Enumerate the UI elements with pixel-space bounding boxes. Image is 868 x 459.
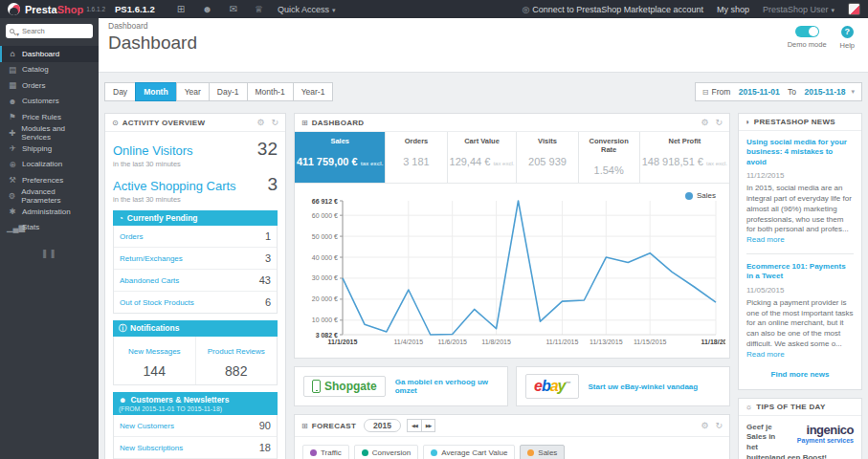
abandoned-carts-link[interactable]: Abandoned Carts <box>120 276 179 285</box>
forecast-legend-avg-cart-value[interactable]: Average Cart Value <box>423 445 515 459</box>
new-subscriptions-link[interactable]: New Subscriptions <box>120 444 183 452</box>
my-shop-link[interactable]: My shop <box>717 5 749 14</box>
shopgate-logo: Shopgate <box>303 376 386 397</box>
price-rules-icon: ⚑ <box>7 112 18 121</box>
news-article-title[interactable]: Ecommerce 101: Payments in a Tweet <box>746 262 854 282</box>
forecast-legend-conversion[interactable]: Conversion <box>354 445 418 459</box>
search-input[interactable] <box>22 27 89 35</box>
range-day-button[interactable]: Day <box>104 82 135 101</box>
shop-name[interactable]: PS1.6.1.2 <box>115 4 155 14</box>
forecast-panel-title: FORECAST <box>312 422 356 430</box>
read-more-link[interactable]: Read more <box>746 235 785 244</box>
kpi-tab-net-profit[interactable]: Net Profit148 918,51 € tax excl. <box>639 132 729 183</box>
range-year-1-button[interactable]: Year-1 <box>293 82 334 101</box>
range-year-button[interactable]: Year <box>176 82 209 101</box>
brand-logo[interactable]: PrestaShop <box>25 4 83 15</box>
ebay-ad-link[interactable]: Start uw eBay-winkel vandaag <box>589 382 699 391</box>
news-article-excerpt: Picking a payment provider is one of the… <box>746 298 854 361</box>
sidebar-item-preferences[interactable]: ⚒Preferences <box>0 172 99 188</box>
chart-legend: Sales <box>685 191 716 200</box>
sidebar-item-administration[interactable]: ✱Administration <box>0 204 99 220</box>
sidebar-item-localization[interactable]: ⊕Localization <box>0 157 99 173</box>
quick-access-menu[interactable]: Quick Access <box>278 5 336 14</box>
panel-refresh-icon[interactable]: ↻ <box>271 118 278 127</box>
panel-settings-icon[interactable]: ⚙ <box>701 421 708 430</box>
kpi-tab-visits[interactable]: Visits205 939 <box>516 132 577 183</box>
svg-text:11/1/2015: 11/1/2015 <box>328 339 358 345</box>
shopgate-ad-link[interactable]: Ga mobiel en verhoog uw omzet <box>395 378 499 395</box>
news-article: Using social media for your business: 4 … <box>746 138 854 246</box>
marketplace-connect-link[interactable]: ◎Connect to PrestaShop Marketplace accou… <box>522 5 702 14</box>
messages-icon[interactable]: ✉ <box>230 4 237 14</box>
customers-newsletters-section: ☻Customers & Newsletters(FROM 2015-11-01… <box>113 392 278 459</box>
sidebar-search[interactable] <box>6 24 93 38</box>
kpi-tab-orders[interactable]: Orders3 181 <box>385 132 446 183</box>
active-carts-link[interactable]: Active Shopping Carts <box>113 179 236 193</box>
preferences-icon: ⚒ <box>7 175 18 185</box>
active-carts-sub: in the last 30 minutes <box>113 195 278 204</box>
svg-text:66 912 €: 66 912 € <box>312 198 338 205</box>
activity-panel-title: ACTIVITY OVERVIEW <box>122 119 206 127</box>
user-menu[interactable]: PrestaShop User <box>763 5 835 14</box>
forecast-legend-sales[interactable]: Sales <box>520 445 565 459</box>
sidebar-collapse-button[interactable]: ❚❚ <box>0 249 99 258</box>
pending-orders-link[interactable]: Orders <box>120 232 143 241</box>
cart-icon[interactable]: ⊞ <box>177 4 185 14</box>
connect-icon: ◎ <box>522 5 529 14</box>
new-customers-row: New Customers90 <box>114 415 277 437</box>
forecast-prev-button[interactable]: ◀◀ <box>407 419 422 432</box>
read-more-link[interactable]: Read more <box>746 350 785 359</box>
forecast-legend-traffic[interactable]: Traffic <box>302 445 349 459</box>
out-of-stock-row: Out of Stock Products6 <box>114 292 277 313</box>
kpi-tab-sales[interactable]: Sales411 759,00 € tax excl. <box>295 132 385 183</box>
date-range-picker[interactable]: ⊟ From 2015-11-01 To 2015-11-18 <box>695 82 862 101</box>
panel-settings-icon[interactable]: ⚙ <box>256 118 264 127</box>
range-month-button[interactable]: Month <box>135 82 176 101</box>
sidebar-item-shipping[interactable]: ✈Shipping <box>0 141 99 157</box>
panel-refresh-icon[interactable]: ↻ <box>715 118 723 127</box>
ebay-ad-panel: ebay™ Start uw eBay-winkel vandaag <box>516 366 730 406</box>
new-customers-link[interactable]: New Customers <box>120 422 174 430</box>
sidebar-item-stats[interactable]: ▁▄▆Stats <box>0 220 99 236</box>
new-subscriptions-row: New Subscriptions18 <box>114 437 277 459</box>
sidebar-item-dashboard[interactable]: ⌂Dashboard <box>0 46 99 62</box>
range-day-1-button[interactable]: Day-1 <box>209 82 247 101</box>
badges-icon[interactable]: ♕ <box>255 4 263 14</box>
product-reviews-link[interactable]: Product Reviews <box>208 347 265 356</box>
topbar: PrestaShop 1.6.1.2 PS1.6.1.2 ⊞ ☻ ✉ ♕ Qui… <box>0 0 868 18</box>
search-scope-caret[interactable] <box>14 23 22 40</box>
svg-text:11/11/2015: 11/11/2015 <box>545 339 578 345</box>
forecast-next-button[interactable]: ▶▶ <box>422 419 436 432</box>
sidebar-item-customers[interactable]: ☻Customers <box>0 94 99 110</box>
demo-mode-toggle[interactable] <box>795 26 819 37</box>
news-article-title[interactable]: Using social media for your business: 4 … <box>746 138 854 167</box>
kpi-tab-conversion-rate[interactable]: Conversion Rate1.54% <box>578 132 639 183</box>
range-month-1-button[interactable]: Month-1 <box>247 82 293 101</box>
panel-settings-icon[interactable]: ⚙ <box>701 118 708 127</box>
help-icon[interactable]: ? <box>841 26 854 38</box>
prestashop-news-panel: ◗ PRESTASHOP NEWS Using social media for… <box>738 113 862 390</box>
pending-icon: ◔ <box>119 214 123 223</box>
panel-refresh-icon[interactable]: ↻ <box>715 421 723 430</box>
kpi-tab-cart-value[interactable]: Cart Value129,44 € tax excl. <box>447 132 517 183</box>
stats-icon: ▁▄▆ <box>7 223 18 232</box>
sidebar-item-advanced-parameters[interactable]: ⚙Advanced Parameters <box>0 188 99 205</box>
user-avatar[interactable] <box>848 3 860 15</box>
sidebar-item-orders[interactable]: ▦Orders <box>0 77 99 94</box>
employees-icon[interactable]: ☻ <box>202 4 212 14</box>
find-more-news-link[interactable]: Find more news <box>746 370 854 379</box>
sidebar-item-modules[interactable]: ✚Modules and Services <box>0 125 99 142</box>
new-messages-link[interactable]: New Messages <box>128 347 181 356</box>
sidebar: ⌂Dashboard ▤Catalog ▦Orders ☻Customers ⚑… <box>0 18 99 459</box>
sidebar-item-catalog[interactable]: ▤Catalog <box>0 62 99 78</box>
kpi-tabs: Sales411 759,00 € tax excl. Orders3 181 … <box>295 132 729 184</box>
tips-panel-title: TIPS OF THE DAY <box>756 403 825 411</box>
search-icon <box>10 29 14 33</box>
pending-returns-link[interactable]: Return/Exchanges <box>120 254 183 263</box>
online-visitors-link[interactable]: Online Visitors <box>113 143 193 158</box>
out-of-stock-link[interactable]: Out of Stock Products <box>120 298 194 307</box>
breadcrumb[interactable]: Dashboard <box>108 21 858 31</box>
online-visitors-sub: in the last 30 minutes <box>113 160 278 168</box>
svg-text:11/8/2015: 11/8/2015 <box>481 339 511 345</box>
sidebar-item-price-rules[interactable]: ⚑Price Rules <box>0 109 99 125</box>
